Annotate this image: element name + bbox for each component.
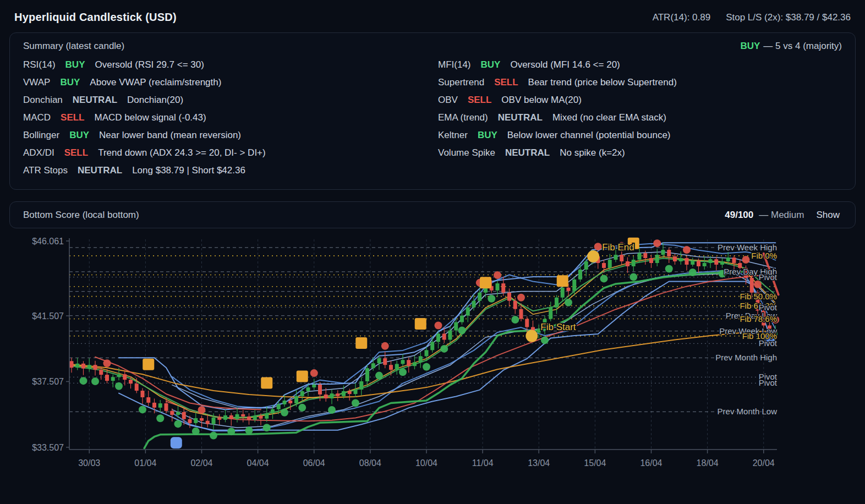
indicator-description: Near lower band (mean reversion)	[99, 130, 241, 140]
indicator-description: Trend down (ADX 24.3 >= 20, DI- > DI+)	[98, 147, 266, 158]
x-tick-label: 16/04	[640, 458, 662, 468]
y-tick-label: $46.061	[32, 237, 64, 246]
buy-signal-dot	[192, 428, 200, 435]
x-tick-label: 20/04	[753, 458, 775, 468]
candle-body	[176, 412, 180, 415]
level-label: Prev Month Low	[718, 407, 778, 416]
candle-body	[466, 308, 470, 316]
pattern-marker-square	[557, 275, 568, 287]
x-tick-label: 18/04	[697, 458, 719, 468]
bottom-score-panel: Bottom Score (local bottom) 49/100 — Med…	[9, 201, 856, 228]
indicator-signal: NEUTRAL	[73, 95, 117, 105]
candle-body	[679, 258, 683, 261]
x-tick-label: 06/04	[303, 458, 325, 468]
candle-body	[519, 309, 523, 319]
fib-anchor-point	[525, 330, 538, 342]
indicator-signal: SELL	[494, 77, 518, 87]
candle-body	[158, 403, 162, 408]
candle-body	[236, 414, 239, 419]
candle-body	[567, 288, 571, 291]
candle-body	[170, 411, 174, 415]
candle-body	[365, 368, 369, 381]
indicator-row-left-4: BollingerBUYNear lower band (mean revers…	[23, 127, 432, 144]
candle-body	[241, 414, 245, 417]
candle-body	[430, 342, 434, 350]
level-label: Fib 50.0%	[740, 292, 777, 301]
candle-body	[691, 261, 694, 265]
candle-body	[732, 258, 736, 263]
candle-body	[75, 364, 79, 368]
candle-body	[638, 253, 642, 260]
candle-body	[182, 412, 186, 419]
candle-body	[318, 385, 322, 395]
candle-body	[572, 280, 576, 291]
page-header: Hyperliquid Candlestick (USD) ATR(14): 0…	[0, 0, 865, 32]
candle-body	[277, 404, 281, 409]
summary-panel: Summary (latest candle) BUY— 5 vs 4 (maj…	[9, 32, 856, 190]
summary-title: Summary (latest candle)	[23, 41, 124, 52]
x-tick-label: 02/04	[190, 458, 212, 468]
candlestick-chart[interactable]: Fib StartFib EndPrev Week HighFib 0%Prev…	[4, 231, 861, 481]
indicator-name: VWAP	[23, 77, 50, 87]
indicator-name: Bollinger	[23, 130, 59, 140]
bottom-score-value: 49/100	[725, 210, 753, 221]
candle-body	[70, 361, 74, 368]
candle-body	[507, 293, 511, 301]
buy-signal-dot	[423, 363, 430, 371]
x-tick-label: 10/04	[415, 458, 437, 468]
pattern-marker-square	[297, 371, 308, 382]
candle-body	[288, 401, 292, 403]
buy-signal-dot	[328, 406, 336, 414]
pattern-marker-square	[415, 318, 426, 330]
chart-svg[interactable]: Fib StartFib EndPrev Week HighFib 0%Prev…	[4, 231, 861, 479]
buy-signal-dot	[80, 377, 87, 385]
fib-anchor-point	[587, 250, 599, 262]
candle-body	[407, 360, 410, 366]
candle-body	[342, 391, 346, 396]
summary-verdict: BUY— 5 vs 4 (majority)	[740, 41, 842, 52]
buy-signal-dot	[375, 372, 383, 380]
buy-signal-dot	[210, 432, 217, 440]
indicator-description: OBV below MA(20)	[501, 95, 582, 105]
x-tick-label: 08/04	[359, 458, 381, 468]
candle-body	[188, 419, 192, 423]
fib-anchor-label: Fib Start	[540, 322, 576, 332]
level-label: Prev Month High	[715, 353, 777, 362]
summary-left-column: RSI(14)BUYOversold (RSI 29.7 <= 30)VWAPB…	[23, 56, 432, 179]
candle-body	[578, 270, 582, 280]
candle-body	[212, 418, 216, 424]
candle-body	[129, 380, 133, 384]
candle-body	[425, 350, 429, 356]
indicator-description: Long $38.79 | Short $42.36	[132, 165, 245, 176]
indicator-row-right-0: MFI(14)BUYOversold (MFI 14.6 <= 20)	[438, 56, 842, 74]
candle-body	[395, 364, 399, 370]
level-label: Pivot	[759, 272, 778, 282]
x-tick-label: 11/04	[472, 458, 494, 468]
indicator-name: MFI(14)	[438, 59, 471, 70]
buy-signal-dot	[689, 269, 697, 276]
indicator-row-right-4: KeltnerBUYBelow lower channel (potential…	[438, 127, 842, 144]
sell-signal-dot	[435, 322, 442, 330]
candle-body	[667, 250, 671, 256]
indicator-description: Oversold (RSI 29.7 <= 30)	[95, 59, 204, 70]
candle-body	[383, 358, 387, 365]
candle-body	[401, 360, 405, 364]
indicator-signal: NEUTRAL	[505, 147, 550, 158]
buy-signal-dot	[263, 424, 271, 431]
indicator-row-left-0: RSI(14)BUYOversold (RSI 29.7 <= 30)	[23, 56, 432, 74]
candle-body	[525, 319, 529, 327]
y-tick-label: $37.507	[32, 377, 64, 386]
candle-body	[513, 301, 517, 309]
pattern-marker-square	[480, 277, 491, 288]
show-button[interactable]: Show	[814, 209, 842, 222]
header-metrics: ATR(14): 0.89 Stop L/S (2x): $38.79 / $4…	[653, 12, 851, 23]
level-label: Pivot	[759, 378, 778, 387]
candle-body	[608, 260, 612, 268]
buy-signal-dot	[399, 368, 407, 376]
sell-signal-dot	[594, 243, 602, 250]
indicator-row-left-1: VWAPBUYAbove VWAP (reclaim/strength)	[23, 74, 432, 91]
indicator-signal: BUY	[65, 59, 85, 70]
indicator-signal: NEUTRAL	[78, 165, 122, 176]
verdict-text: — 5 vs 4 (majority)	[763, 41, 842, 51]
candle-body	[354, 390, 358, 394]
